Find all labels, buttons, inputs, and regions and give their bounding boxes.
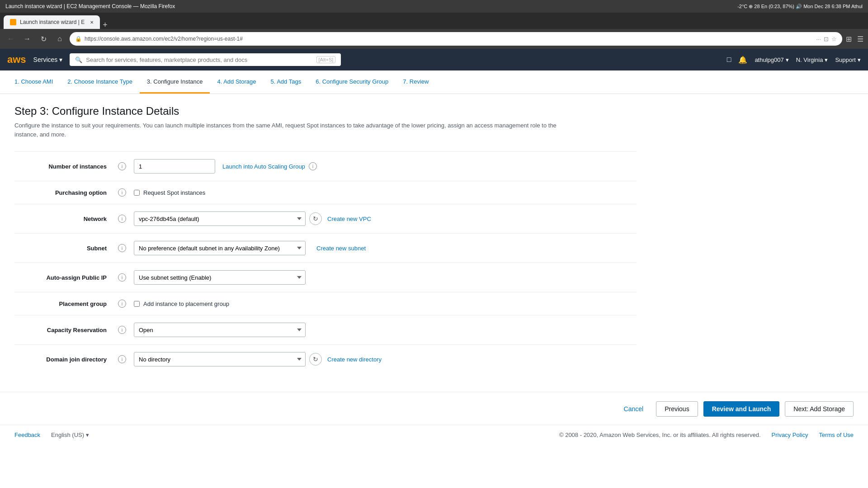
browser-toolbar-right: ⊞ ☰ [846, 35, 863, 43]
info-network[interactable]: i [114, 204, 130, 234]
control-number-of-instances: Launch into Auto Scaling Group i [130, 152, 637, 181]
language-selector[interactable]: English (US) ▾ [51, 432, 89, 438]
info-auto-assign-ip[interactable]: i [114, 263, 130, 292]
main-content: Step 3: Configure Instance Details Confi… [0, 94, 651, 385]
request-spot-instances-checkbox[interactable] [134, 190, 140, 196]
auto-assign-ip-select[interactable]: Use subnet setting (Enable) [134, 270, 306, 285]
system-icons: -2°C ⊕ 28 En (0:23, 87%) 🔊 Mon Dec 28 6:… [737, 4, 863, 9]
extensions-icon[interactable]: ⊞ [846, 35, 852, 43]
wizard-step-1[interactable]: 1. Choose AMI [7, 70, 60, 94]
domain-join-refresh-button[interactable]: ↻ [309, 353, 322, 366]
network-select[interactable]: vpc-276db45a (default) [134, 211, 306, 226]
review-and-launch-button[interactable]: Review and Launch [703, 401, 780, 417]
subnet-info-icon[interactable]: i [118, 244, 126, 252]
user-menu[interactable]: athulpg007 ▾ [755, 56, 788, 63]
control-auto-assign-ip: Use subnet setting (Enable) [130, 263, 637, 292]
number-of-instances-info-icon[interactable]: i [118, 162, 126, 170]
placement-group-label[interactable]: Add instance to placement group [134, 300, 633, 307]
home-button[interactable]: ⌂ [53, 33, 66, 45]
request-spot-instances-text: Request Spot instances [143, 189, 205, 196]
reader-icon[interactable]: ⊡ [824, 36, 829, 42]
next-add-storage-button[interactable]: Next: Add Storage [785, 401, 854, 417]
previous-button[interactable]: Previous [656, 401, 698, 417]
launch-scaling-info-icon[interactable]: i [309, 162, 317, 170]
label-subnet: Subnet [14, 234, 114, 263]
new-tab-button[interactable]: + [103, 21, 108, 29]
services-label: Services [33, 56, 58, 63]
page-description: Configure the instance to suit your requ… [14, 121, 557, 139]
auto-assign-ip-info-icon[interactable]: i [118, 273, 126, 282]
purchasing-option-info-icon[interactable]: i [118, 188, 126, 197]
launch-scaling-link[interactable]: Launch into Auto Scaling Group [222, 163, 305, 170]
info-number-of-instances[interactable]: i [114, 152, 130, 181]
info-subnet[interactable]: i [114, 234, 130, 263]
create-new-directory-link[interactable]: Create new directory [327, 356, 382, 363]
step-3-label: 3. Configure Instance [147, 78, 203, 85]
tab-close-button[interactable]: ✕ [90, 20, 94, 25]
info-purchasing-option[interactable]: i [114, 181, 130, 204]
privacy-policy-link[interactable]: Privacy Policy [772, 432, 808, 438]
terms-of-use-link[interactable]: Terms of Use [819, 432, 854, 438]
subnet-control-group: No preference (default subnet in any Ava… [134, 241, 633, 255]
capacity-reservation-select[interactable]: Open [134, 323, 306, 337]
label-capacity-reservation: Capacity Reservation [14, 315, 114, 345]
request-spot-instances-label[interactable]: Request Spot instances [134, 189, 633, 196]
lock-icon: 🔒 [75, 36, 82, 42]
step-7-label: 7. Review [403, 78, 429, 85]
placement-group-checkbox[interactable] [134, 301, 140, 307]
wizard-steps: 1. Choose AMI 2. Choose Instance Type 3.… [0, 70, 868, 94]
control-placement-group: Add instance to placement group [130, 292, 637, 315]
row-capacity-reservation: Capacity Reservation i Open [14, 315, 637, 345]
subnet-select[interactable]: No preference (default subnet in any Ava… [134, 241, 306, 255]
placement-group-info-icon[interactable]: i [118, 300, 126, 308]
wizard-step-7[interactable]: 7. Review [396, 70, 436, 94]
search-input[interactable] [86, 56, 312, 63]
footer-left: Feedback English (US) ▾ [14, 432, 89, 438]
control-network: vpc-276db45a (default) ↻ Create new VPC [130, 204, 637, 234]
info-domain-join[interactable]: i [114, 345, 130, 374]
cancel-button[interactable]: Cancel [617, 402, 651, 416]
aws-logo-text: aws [7, 54, 26, 66]
address-bar-icons: ··· ⊡ ☆ [816, 36, 837, 42]
address-bar[interactable]: 🔒 https://console.aws.amazon.com/ec2/v2/… [70, 32, 842, 46]
star-icon[interactable]: ☆ [831, 36, 837, 42]
menu-icon[interactable]: ☰ [857, 35, 863, 43]
control-capacity-reservation: Open [130, 315, 637, 345]
region-menu[interactable]: N. Virginia ▾ [796, 56, 828, 63]
info-placement-group[interactable]: i [114, 292, 130, 315]
wizard-step-3[interactable]: 3. Configure Instance [140, 70, 210, 94]
user-chevron-icon: ▾ [786, 56, 789, 63]
step-6-label: 6. Configure Security Group [316, 78, 388, 85]
feedback-link[interactable]: Feedback [14, 432, 40, 438]
browser-tabs: Launch instance wizard | E ✕ + [0, 13, 868, 29]
bookmark-icon[interactable]: ··· [816, 36, 821, 42]
forward-button[interactable]: → [21, 33, 33, 45]
browser-titlebar: Launch instance wizard | EC2 Management … [0, 0, 868, 13]
wizard-step-6[interactable]: 6. Configure Security Group [308, 70, 396, 94]
aws-search-bar[interactable]: 🔍 [Alt+S] [70, 53, 341, 66]
network-refresh-button[interactable]: ↻ [309, 212, 322, 225]
language-chevron-icon: ▾ [86, 432, 89, 438]
notifications-icon[interactable]: 🔔 [738, 56, 747, 64]
content-area: Step 3: Configure Instance Details Confi… [0, 94, 868, 425]
capacity-reservation-info-icon[interactable]: i [118, 326, 126, 334]
wizard-step-5[interactable]: 5. Add Tags [263, 70, 308, 94]
page-title: Step 3: Configure Instance Details [14, 105, 637, 117]
wizard-step-2[interactable]: 2. Choose Instance Type [60, 70, 140, 94]
number-of-instances-input[interactable] [134, 159, 215, 174]
support-label: Support [835, 56, 856, 63]
create-new-subnet-link[interactable]: Create new subnet [316, 245, 366, 252]
search-icon: 🔍 [75, 56, 82, 63]
cloud-shell-icon[interactable]: □ [727, 56, 731, 64]
reload-button[interactable]: ↻ [37, 33, 50, 45]
info-capacity-reservation[interactable]: i [114, 315, 130, 345]
wizard-step-4[interactable]: 4. Add Storage [210, 70, 263, 94]
domain-join-select[interactable]: No directory [134, 352, 306, 366]
services-button[interactable]: Services ▾ [33, 56, 63, 63]
network-info-icon[interactable]: i [118, 215, 126, 223]
back-button[interactable]: ← [5, 33, 17, 45]
support-menu[interactable]: Support ▾ [835, 56, 861, 63]
active-tab[interactable]: Launch instance wizard | E ✕ [4, 15, 100, 29]
domain-join-info-icon[interactable]: i [118, 355, 126, 363]
create-new-vpc-link[interactable]: Create new VPC [327, 216, 371, 222]
